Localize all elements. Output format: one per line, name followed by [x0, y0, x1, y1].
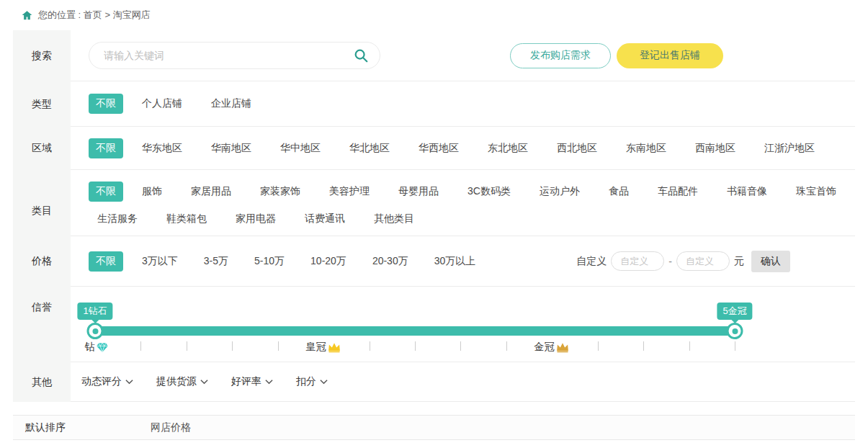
- slider-tick: [689, 341, 690, 351]
- price-item[interactable]: 10-20万: [310, 255, 346, 268]
- category-any-tag[interactable]: 不限: [89, 182, 123, 202]
- category-item[interactable]: 家用电器: [236, 212, 276, 225]
- dropdown-deduction[interactable]: 扣分: [296, 375, 328, 388]
- slider-tick: [460, 341, 461, 351]
- type-any-tag[interactable]: 不限: [89, 94, 123, 114]
- scale-label-gold-crown: 金冠: [534, 341, 570, 354]
- region-item[interactable]: 江浙沪地区: [764, 142, 815, 155]
- slider-min-tooltip: 1钻石: [77, 303, 112, 320]
- row-label-reputation: 信誉: [13, 287, 71, 362]
- home-icon[interactable]: [22, 10, 32, 21]
- category-item[interactable]: 美容护理: [329, 185, 370, 198]
- price-min-input[interactable]: [611, 251, 664, 271]
- gold-crown-label: 金冠: [534, 341, 555, 354]
- price-item[interactable]: 3万以下: [142, 255, 178, 268]
- chevron-down-icon: [200, 379, 208, 385]
- row-label-region: 区域: [13, 127, 71, 170]
- slider-tick: [598, 341, 599, 351]
- chevron-down-icon: [320, 379, 328, 385]
- category-item[interactable]: 话费通讯: [305, 212, 345, 225]
- slider-max-handle[interactable]: [727, 323, 743, 339]
- confirm-button[interactable]: 确认: [751, 251, 790, 272]
- category-item[interactable]: 车品配件: [658, 185, 698, 198]
- category-item[interactable]: 食品: [609, 185, 629, 198]
- region-item[interactable]: 华南地区: [211, 142, 251, 155]
- region-item[interactable]: 西南地区: [695, 142, 735, 155]
- breadcrumb-text: 您的位置 : 首页 > 淘宝网店: [38, 9, 151, 22]
- diamond-icon: [97, 342, 109, 353]
- type-row: 类型 不限 个人店铺 企业店铺: [13, 81, 855, 127]
- dropdown-positive-rate[interactable]: 好评率: [231, 375, 273, 388]
- type-item[interactable]: 个人店铺: [142, 97, 182, 110]
- region-item[interactable]: 华东地区: [142, 142, 182, 155]
- slider-track[interactable]: [95, 326, 735, 336]
- category-item[interactable]: 生活服务: [97, 212, 138, 225]
- range-dash: -: [668, 256, 672, 267]
- dropdown-label: 扣分: [296, 375, 316, 388]
- price-item[interactable]: 20-30万: [372, 255, 408, 268]
- slider-min-handle[interactable]: [87, 323, 104, 339]
- gold-crown-icon: [556, 342, 570, 353]
- category-item[interactable]: 运动户外: [540, 185, 580, 198]
- crown-label: 皇冠: [306, 341, 326, 354]
- region-item[interactable]: 西北地区: [557, 142, 597, 155]
- dropdown-label: 提供货源: [156, 375, 197, 388]
- scale-label-diamond: 钻: [85, 341, 109, 354]
- slider-tick: [415, 341, 416, 351]
- search-box: [89, 42, 380, 69]
- price-any-tag[interactable]: 不限: [89, 251, 123, 272]
- chevron-down-icon: [265, 379, 273, 385]
- search-input[interactable]: [89, 42, 380, 69]
- dropdown-supply-source[interactable]: 提供货源: [156, 375, 208, 388]
- region-item[interactable]: 东南地区: [626, 142, 666, 155]
- region-item[interactable]: 华中地区: [280, 142, 321, 155]
- price-item[interactable]: 3-5万: [204, 255, 228, 268]
- slider-tick: [643, 341, 644, 351]
- category-item[interactable]: 服饰: [142, 185, 162, 198]
- type-item[interactable]: 企业店铺: [211, 97, 251, 110]
- dropdown-label: 好评率: [231, 375, 261, 388]
- category-row: 类目 不限 服饰 家居用品 家装家饰 美容护理 母婴用品 3C数码类 运动户外 …: [13, 170, 855, 236]
- region-item[interactable]: 华西地区: [419, 142, 459, 155]
- price-custom-range: 自定义 - 元 确认: [576, 251, 790, 272]
- search-icon[interactable]: [353, 48, 369, 63]
- price-item[interactable]: 5-10万: [254, 255, 285, 268]
- sort-bar: 默认排序 网店价格: [13, 415, 855, 440]
- slider-tick: [735, 341, 735, 351]
- search-row: 搜索 发布购店需求 登记出售店铺: [13, 30, 855, 81]
- dropdown-label: 动态评分: [81, 375, 122, 388]
- register-sell-shop-button[interactable]: 登记出售店铺: [617, 43, 723, 68]
- crown-icon: [328, 342, 341, 353]
- sort-by-price[interactable]: 网店价格: [151, 421, 191, 434]
- price-row: 价格 不限 3万以下 3-5万 5-10万 10-20万 20-30万 30万以…: [13, 236, 855, 287]
- category-item[interactable]: 母婴用品: [398, 185, 439, 198]
- other-row: 其他 动态评分 提供货源 好评率 扣分: [13, 362, 855, 402]
- row-label-price: 价格: [13, 236, 71, 287]
- row-label-type: 类型: [13, 81, 71, 127]
- price-unit: 元: [734, 255, 744, 268]
- category-item[interactable]: 家装家饰: [260, 185, 300, 198]
- dropdown-dynamic-score[interactable]: 动态评分: [81, 375, 133, 388]
- slider-tick: [232, 341, 233, 351]
- category-item[interactable]: 鞋类箱包: [166, 212, 207, 225]
- price-item[interactable]: 30万以上: [434, 255, 476, 268]
- category-item[interactable]: 3C数码类: [467, 185, 511, 198]
- reputation-row: 信誉 1钻石 5金冠 钻: [13, 287, 855, 362]
- slider-tick: [187, 341, 187, 351]
- region-item[interactable]: 东北地区: [488, 142, 528, 155]
- category-item[interactable]: 书籍音像: [727, 185, 767, 198]
- category-item[interactable]: 家居用品: [191, 185, 231, 198]
- category-item[interactable]: 珠宝首饰: [796, 185, 836, 198]
- row-label-search: 搜索: [13, 30, 71, 81]
- breadcrumb: 您的位置 : 首页 > 淘宝网店: [0, 0, 868, 27]
- sort-default[interactable]: 默认排序: [25, 421, 66, 434]
- custom-price-label: 自定义: [576, 255, 607, 268]
- diamond-label: 钻: [85, 341, 95, 354]
- slider-tick: [278, 341, 279, 351]
- category-item[interactable]: 其他类目: [374, 212, 414, 225]
- region-item[interactable]: 华北地区: [349, 142, 390, 155]
- publish-buy-request-button[interactable]: 发布购店需求: [510, 43, 611, 68]
- search-buttons: 发布购店需求 登记出售店铺: [510, 43, 723, 68]
- region-any-tag[interactable]: 不限: [89, 138, 123, 158]
- price-max-input[interactable]: [676, 251, 730, 271]
